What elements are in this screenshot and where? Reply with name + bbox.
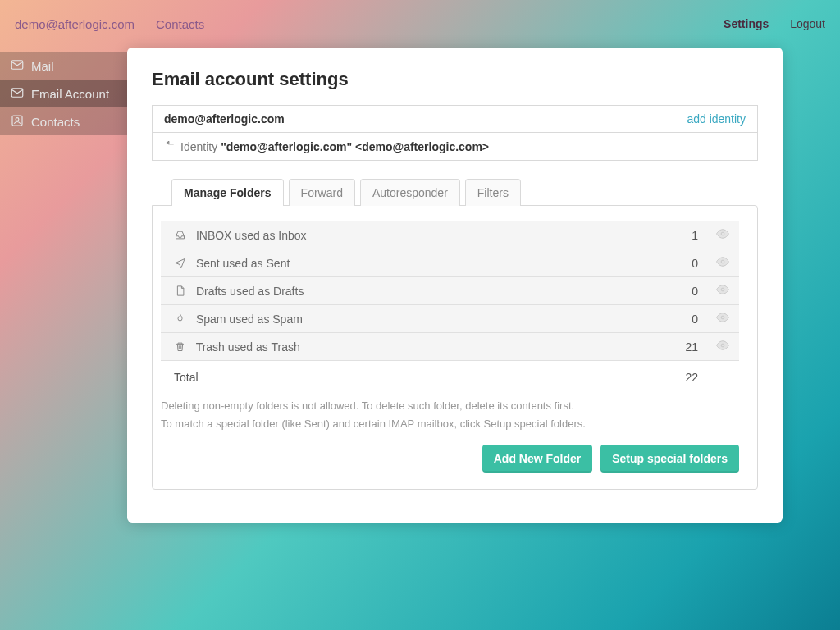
identity-row[interactable]: Identity "demo@afterlogic.com" <demo@aft…: [152, 133, 758, 161]
topbar-settings-link[interactable]: Settings: [724, 17, 769, 30]
folder-label: Spam used as Spam: [196, 313, 303, 326]
folder-label: Trash used as Trash: [196, 340, 300, 354]
setup-special-folders-button[interactable]: Setup special folders: [600, 445, 739, 472]
eye-icon[interactable]: [715, 258, 730, 272]
sidebar-item-contacts[interactable]: Contacts: [0, 107, 127, 135]
account-row[interactable]: demo@afterlogic.com add identity: [152, 105, 758, 133]
hint-text: Deleting non-empty folders is not allowe…: [161, 397, 739, 433]
svg-rect-0: [11, 60, 23, 69]
add-identity-link[interactable]: add identity: [687, 112, 746, 126]
svg-point-6: [721, 288, 724, 291]
account-email: demo@afterlogic.com: [164, 112, 285, 126]
mail-icon: [10, 85, 31, 103]
mail-icon: [10, 57, 31, 75]
sidebar-item-label: Email Account: [31, 87, 109, 101]
topbar-logout-link[interactable]: Logout: [790, 17, 825, 30]
identity-label: Identity: [180, 140, 217, 153]
folder-label: Drafts used as Drafts: [196, 285, 304, 298]
folder-count: 0: [657, 305, 706, 333]
folder-row-total: Total 22: [161, 361, 739, 389]
return-arrow-icon: [164, 139, 180, 153]
folder-row-inbox[interactable]: INBOX used as Inbox 1: [161, 221, 739, 249]
tab-body: INBOX used as Inbox 1 Sent used as Sent …: [152, 205, 758, 490]
sidebar-item-label: Contacts: [31, 115, 80, 129]
draft-icon: [174, 285, 193, 298]
topbar-contacts-link[interactable]: Contacts: [156, 17, 204, 31]
svg-rect-1: [11, 88, 23, 97]
tab-forward[interactable]: Forward: [289, 179, 355, 206]
folder-row-trash[interactable]: Trash used as Trash 21: [161, 333, 739, 361]
svg-point-5: [721, 260, 724, 263]
total-count: 22: [657, 361, 706, 389]
folder-count: 1: [657, 221, 706, 249]
svg-point-8: [721, 344, 724, 347]
sidebar-item-email-account[interactable]: Email Account: [0, 80, 127, 107]
topbar-account-link[interactable]: demo@afterlogic.com: [15, 17, 135, 31]
eye-icon[interactable]: [715, 286, 730, 299]
folder-label: INBOX used as Inbox: [196, 229, 307, 242]
svg-point-4: [721, 232, 724, 235]
inbox-icon: [174, 229, 193, 242]
folder-label: Sent used as Sent: [196, 257, 290, 270]
total-label: Total: [161, 361, 657, 389]
sidebar-item-label: Mail: [31, 59, 54, 73]
contacts-icon: [10, 113, 31, 130]
sidebar: Mail Email Account Contacts: [0, 48, 127, 523]
eye-icon[interactable]: [715, 314, 730, 327]
folder-count: 0: [657, 277, 706, 305]
tab-manage-folders[interactable]: Manage Folders: [171, 179, 284, 206]
sidebar-item-mail[interactable]: Mail: [0, 52, 127, 80]
topbar: demo@afterlogic.com Contacts Settings Lo…: [0, 0, 840, 48]
spam-icon: [174, 313, 193, 326]
folder-row-sent[interactable]: Sent used as Sent 0: [161, 249, 739, 277]
eye-icon[interactable]: [715, 342, 730, 355]
folder-table: INBOX used as Inbox 1 Sent used as Sent …: [161, 221, 739, 389]
folder-row-spam[interactable]: Spam used as Spam 0: [161, 305, 739, 333]
eye-icon[interactable]: [715, 231, 730, 244]
trash-icon: [174, 340, 193, 354]
identity-value: "demo@afterlogic.com" <demo@afterlogic.c…: [221, 140, 489, 153]
hint-line-2: To match a special folder (like Sent) an…: [161, 415, 739, 433]
hint-line-1: Deleting non-empty folders is not allowe…: [161, 397, 739, 415]
page-title: Email account settings: [152, 69, 758, 90]
tab-autoresponder[interactable]: Autoresponder: [360, 179, 460, 206]
settings-panel: Email account settings demo@afterlogic.c…: [127, 48, 783, 523]
sent-icon: [174, 257, 193, 270]
add-new-folder-button[interactable]: Add New Folder: [482, 445, 593, 472]
tabs: Manage Folders Forward Autoresponder Fil…: [152, 179, 758, 206]
folder-row-drafts[interactable]: Drafts used as Drafts 0: [161, 277, 739, 305]
tab-filters[interactable]: Filters: [465, 179, 521, 206]
folder-count: 21: [657, 333, 706, 361]
svg-point-7: [721, 316, 724, 319]
folder-count: 0: [657, 249, 706, 277]
svg-point-3: [16, 117, 19, 121]
